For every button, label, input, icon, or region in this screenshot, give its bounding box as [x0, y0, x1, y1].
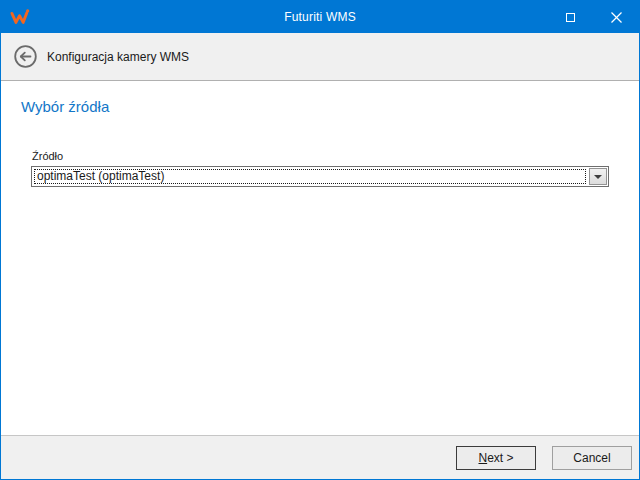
window-title: Futuriti WMS: [1, 10, 639, 24]
page-heading: Wybór źródła: [1, 81, 639, 115]
source-field-group: Źródło optimaTest (optimaTest): [31, 150, 609, 187]
wizard-header: Konfiguracja kamery WMS: [1, 33, 639, 81]
source-combobox-value: optimaTest (optimaTest): [34, 169, 586, 184]
app-logo-icon: [9, 8, 31, 26]
source-combobox[interactable]: optimaTest (optimaTest): [31, 166, 609, 187]
close-icon: [611, 12, 622, 23]
next-button[interactable]: Next >: [456, 446, 536, 470]
next-button-mnemonic: N: [478, 451, 487, 465]
cancel-button[interactable]: Cancel: [552, 446, 632, 470]
wizard-title: Konfiguracja kamery WMS: [47, 50, 189, 64]
source-label: Źródło: [32, 150, 609, 162]
back-arrow-icon: [14, 45, 37, 68]
cancel-button-label: Cancel: [573, 451, 610, 465]
chevron-down-icon: [594, 175, 602, 179]
app-window: Futuriti WMS Konfiguracja kamery WMS: [0, 0, 640, 480]
wizard-footer: Next > Cancel: [1, 435, 639, 479]
back-button[interactable]: [13, 45, 37, 69]
close-button[interactable]: [593, 1, 639, 33]
title-bar: Futuriti WMS: [1, 1, 639, 33]
maximize-button[interactable]: [547, 1, 593, 33]
caption-buttons: [547, 1, 639, 33]
page-content: Wybór źródła Źródło optimaTest (optimaTe…: [1, 81, 639, 435]
maximize-icon: [566, 13, 575, 22]
next-button-label: ext >: [487, 451, 513, 465]
source-combobox-dropdown-button[interactable]: [589, 168, 607, 185]
